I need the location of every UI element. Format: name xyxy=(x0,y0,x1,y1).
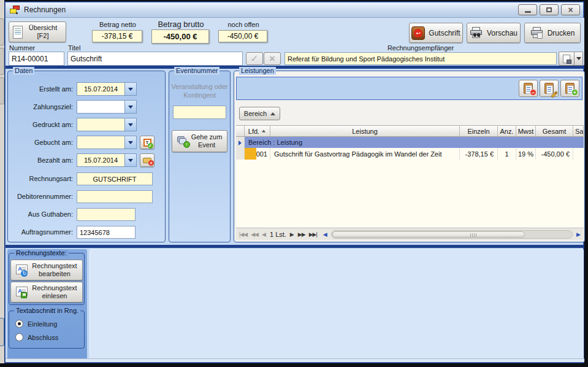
col-einzeln[interactable]: Einzeln xyxy=(460,125,498,137)
restore-button[interactable] xyxy=(540,4,559,15)
rechnungstext-bearbeiten-button[interactable]: ↻ Rechnungstext bearbeiten xyxy=(10,260,83,280)
gebucht-am-combo[interactable] xyxy=(77,136,137,149)
col-anz[interactable]: Anz. xyxy=(498,125,516,137)
rechnungsart-input[interactable] xyxy=(77,172,153,185)
bezahlt-am-dropdown[interactable] xyxy=(124,154,136,166)
zahlungsziel-value xyxy=(77,101,124,113)
separator-top xyxy=(6,66,584,69)
nummer-input[interactable] xyxy=(9,52,64,66)
vorschau-button[interactable]: Vorschau xyxy=(467,23,521,43)
preview-printer-icon xyxy=(470,27,483,39)
separator-bottom xyxy=(6,245,584,248)
radio-abschluss[interactable]: Abschluss xyxy=(15,333,58,341)
payment-icon: × xyxy=(143,158,151,163)
status-strip xyxy=(6,358,584,362)
empfaenger-dropdown-button[interactable] xyxy=(575,52,583,66)
erstellt-am-combo[interactable]: 15.07.2014 xyxy=(77,82,137,96)
col-leistung[interactable]: Leistung xyxy=(270,125,460,137)
col-gesamt[interactable]: Gesamt xyxy=(536,125,573,137)
leistung-bearbeiten-button[interactable] xyxy=(540,80,559,97)
auftragsnummer-label: Auftragsnummer: xyxy=(8,226,73,239)
invoice-doc-icon[interactable] xyxy=(559,52,575,66)
auftragsnummer-input[interactable] xyxy=(77,226,136,239)
nav-fast-next-icon[interactable]: ▶▶ xyxy=(298,231,305,238)
table-navigator: |◀◀ ◀◀ ◀ 1 Lst. ▶ ▶▶ ▶▶| ◀ ▶ xyxy=(236,228,584,240)
leistung-entfernen-button[interactable]: − xyxy=(519,80,538,97)
background-fragment xyxy=(0,18,4,45)
gedruckt-am-label: Gedruckt am: xyxy=(8,118,73,131)
cross-icon: × xyxy=(269,53,275,64)
nav-prev-icon[interactable]: ◀ xyxy=(262,231,266,238)
buchen-button[interactable]: T ✓ xyxy=(140,136,155,149)
minimize-button[interactable] xyxy=(518,4,537,15)
scroll-right-icon[interactable]: ▶ xyxy=(576,231,581,238)
aus-guthaben-label: Aus Guthaben: xyxy=(8,208,73,221)
leistung-hinzufuegen-button[interactable]: + xyxy=(560,80,579,97)
horizontal-scrollbar[interactable] xyxy=(331,230,573,239)
group-by-bereich-button[interactable]: Bereich xyxy=(239,107,280,120)
cancel-title-button[interactable]: × xyxy=(264,52,281,65)
table-row[interactable]: 6001 Gutschrift für Gastvortrag Pädagogi… xyxy=(236,148,584,160)
refresh-badge-icon: ↻ xyxy=(21,270,28,277)
leistungen-caption: Leistungen xyxy=(239,67,276,75)
textabschnitt-caption: Textabschnitt in Rng. xyxy=(14,307,80,315)
zahlung-entfernen-button[interactable]: × xyxy=(140,153,155,167)
radio-einleitung[interactable]: Einleitung xyxy=(15,320,57,328)
nav-first-icon[interactable]: |◀◀ xyxy=(239,231,247,238)
eventnummer-input[interactable] xyxy=(173,106,226,119)
betrag-netto-label: Betrag netto xyxy=(82,21,153,28)
bezahlt-am-combo[interactable]: 15.07.2014 xyxy=(77,153,137,167)
gedruckt-am-dropdown[interactable] xyxy=(124,118,136,131)
titlebar[interactable]: Rechnungen × xyxy=(6,2,583,18)
restore-icon xyxy=(546,7,552,12)
betrag-netto-value: -378,15 € xyxy=(92,30,142,42)
group-row[interactable]: Bereich : Leistung xyxy=(236,137,584,149)
titel-input[interactable] xyxy=(67,52,243,66)
event-hint-line1: Veranstaltung oder xyxy=(169,82,230,91)
eventnummer-caption: Eventnummer xyxy=(174,67,220,75)
uebersicht-button[interactable]: Übersicht [F2] xyxy=(9,21,66,42)
col-sa[interactable]: Sa xyxy=(573,125,584,137)
confirm-title-button[interactable]: ✓ xyxy=(246,52,263,65)
rechnungsempfaenger-input[interactable] xyxy=(284,52,557,65)
uebersicht-hotkey: [F2] xyxy=(29,32,57,40)
nav-fast-prev-icon[interactable]: ◀◀ xyxy=(251,231,258,238)
edit-item-icon xyxy=(544,83,554,94)
rechnungsempfaenger-label: Rechnungsempfänger xyxy=(284,44,557,52)
col-lfd[interactable]: Lfd. xyxy=(245,125,270,137)
chevron-down-icon xyxy=(128,88,133,91)
close-button[interactable]: × xyxy=(561,4,580,15)
drucken-button[interactable]: Drucken xyxy=(524,23,581,43)
rechnungsart-label: Rechnungsart: xyxy=(8,172,73,185)
rechnungstext-einlesen-button[interactable]: Rechnungstext einlesen xyxy=(10,282,83,303)
gehe-zum-event-button[interactable]: ↑ Gehe zum Event xyxy=(172,130,227,152)
daten-panel: Daten Erstellt am: 15.07.2014 Zahlungszi… xyxy=(7,71,166,242)
empfaenger-split-button[interactable] xyxy=(559,52,583,66)
scroll-left-icon[interactable]: ◀ xyxy=(323,231,327,238)
close-icon: × xyxy=(568,6,573,14)
read-text-icon xyxy=(16,287,29,298)
gebucht-am-dropdown[interactable] xyxy=(124,136,136,149)
zahlungsziel-combo[interactable] xyxy=(77,100,137,114)
leistungen-toolbar: − + xyxy=(236,77,582,100)
chevron-down-icon xyxy=(128,141,133,144)
gutschrift-button[interactable]: ↩ Gutschrift xyxy=(409,23,463,43)
textabschnitt-group: Textabschnitt in Rng. Einleitung Abschlu… xyxy=(9,311,85,349)
nav-last-icon[interactable]: ▶▶| xyxy=(309,231,317,238)
eventnummer-panel: Eventnummer Veranstaltung oder Kontingen… xyxy=(169,71,231,242)
scrollbar-thumb[interactable] xyxy=(332,231,525,238)
debitorennummer-label: Debitorennummer: xyxy=(8,190,73,203)
row-indicator-cell xyxy=(236,148,245,160)
erstellt-am-dropdown[interactable] xyxy=(124,83,136,95)
zahlungsziel-dropdown[interactable] xyxy=(124,101,136,113)
aus-guthaben-input[interactable] xyxy=(77,208,136,221)
gebucht-am-label: Gebucht am: xyxy=(8,136,73,149)
cell-anz: 1 xyxy=(498,148,516,160)
scrollbar-grip-icon xyxy=(470,233,471,237)
col-mwst[interactable]: Mwst xyxy=(516,125,536,137)
gedruckt-am-combo[interactable] xyxy=(77,118,137,131)
debitorennummer-input[interactable] xyxy=(77,190,153,203)
nav-next-icon[interactable]: ▶ xyxy=(290,231,294,238)
chevron-down-icon xyxy=(128,159,133,162)
rechnungstexte-column: Rechnungstexte: ↻ Rechnungstext bearbeit… xyxy=(7,249,87,361)
